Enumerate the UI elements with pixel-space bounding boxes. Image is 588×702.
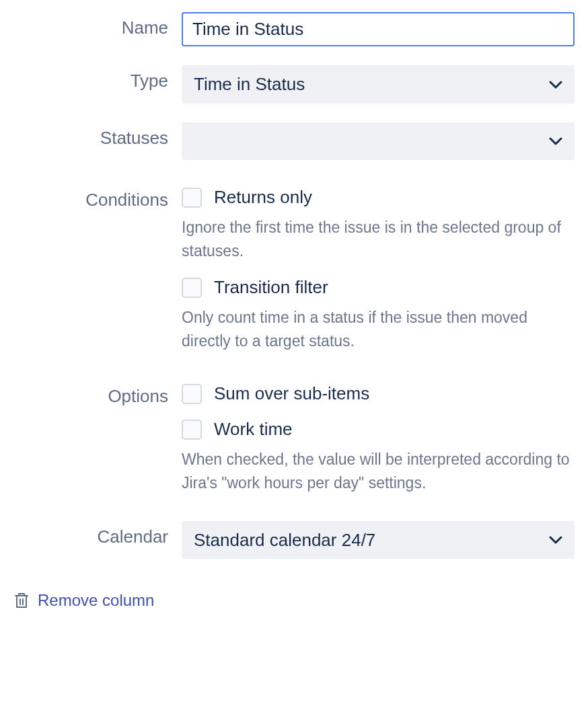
calendar-select[interactable]: Standard calendar 24/7 [182,521,575,559]
sum-sub-items-label: Sum over sub-items [214,383,369,404]
sum-sub-items-checkbox[interactable] [182,384,202,404]
type-select-value: Time in Status [194,74,305,95]
conditions-row: Conditions Returns only Ignore the first… [13,184,575,367]
transition-filter-block: Transition filter Only count time in a s… [182,277,575,352]
type-row: Type Time in Status [13,65,575,104]
remove-column-label: Remove column [38,591,154,610]
options-label: Options [13,381,182,407]
statuses-label: Statuses [13,122,182,149]
returns-only-block: Returns only Ignore the first time the i… [182,187,575,262]
returns-only-label: Returns only [214,187,312,208]
chevron-down-icon [549,535,562,545]
transition-filter-label: Transition filter [214,277,328,298]
trash-icon [13,592,30,609]
work-time-block: Work time When checked, the value will b… [182,419,575,494]
name-label: Name [13,12,182,38]
returns-only-checkbox[interactable] [182,188,202,208]
statuses-select[interactable] [182,122,575,160]
calendar-select-value: Standard calendar 24/7 [194,530,375,551]
name-row: Name [13,12,575,46]
calendar-label: Calendar [13,521,182,547]
options-row: Options Sum over sub-items Work time Whe… [13,381,575,509]
conditions-label: Conditions [13,184,182,210]
returns-only-help: Ignore the first time the issue is in th… [182,216,575,262]
calendar-row: Calendar Standard calendar 24/7 [13,521,575,559]
type-label: Type [13,65,182,91]
sum-sub-items-block: Sum over sub-items [182,383,575,404]
transition-filter-checkbox[interactable] [182,278,202,298]
remove-column-link[interactable]: Remove column [13,591,154,610]
type-select[interactable]: Time in Status [182,65,575,104]
work-time-label: Work time [214,419,293,440]
transition-filter-help: Only count time in a status if the issue… [182,306,575,352]
chevron-down-icon [549,136,562,146]
work-time-checkbox[interactable] [182,420,202,440]
name-input[interactable] [182,12,575,46]
work-time-help: When checked, the value will be interpre… [182,448,575,494]
statuses-row: Statuses [13,122,575,160]
chevron-down-icon [549,80,562,89]
